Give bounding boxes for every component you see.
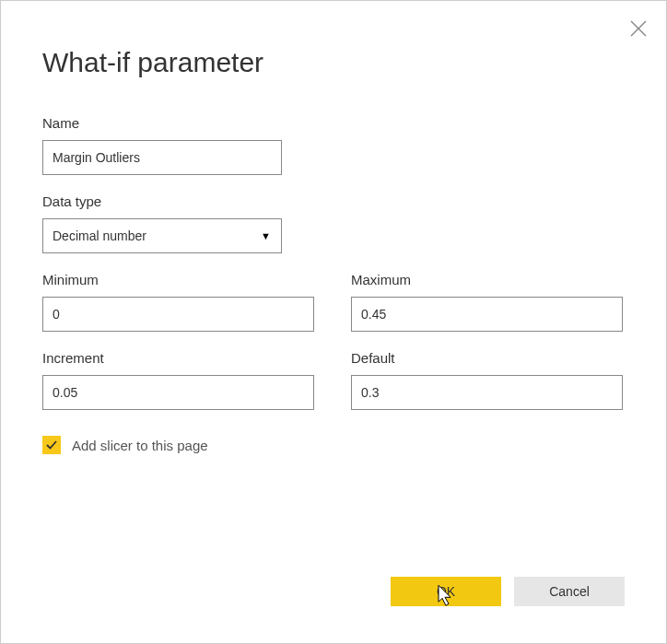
increment-label: Increment (42, 350, 314, 366)
increment-group: Increment (42, 350, 314, 410)
datatype-group: Data type Decimal number ▼ (42, 193, 282, 253)
datatype-select[interactable]: Decimal number (42, 218, 282, 253)
maximum-input[interactable] (351, 297, 623, 332)
cancel-button-label: Cancel (549, 584, 590, 599)
close-icon (627, 18, 649, 40)
name-input[interactable] (42, 140, 282, 175)
close-button[interactable] (627, 18, 649, 40)
default-input[interactable] (351, 375, 623, 410)
minimum-group: Minimum (42, 272, 314, 332)
slicer-checkbox[interactable] (42, 436, 61, 454)
slicer-checkbox-label: Add slicer to this page (72, 438, 208, 453)
slicer-checkbox-row: Add slicer to this page (42, 436, 625, 454)
whatif-dialog: What-if parameter Name Data type Decimal… (1, 1, 666, 643)
check-icon (45, 439, 58, 451)
name-group: Name (42, 115, 282, 175)
dialog-title: What-if parameter (42, 47, 625, 78)
name-label: Name (42, 115, 282, 131)
minimum-input[interactable] (42, 297, 314, 332)
datatype-label: Data type (42, 193, 282, 209)
button-row: OK Cancel (42, 577, 625, 615)
maximum-group: Maximum (351, 272, 623, 332)
maximum-label: Maximum (351, 272, 623, 287)
minimum-label: Minimum (42, 272, 314, 287)
default-group: Default (351, 350, 623, 410)
default-label: Default (351, 350, 623, 366)
ok-button[interactable]: OK (391, 577, 501, 606)
cancel-button[interactable]: Cancel (514, 577, 625, 606)
ok-button-label: OK (437, 584, 455, 599)
increment-input[interactable] (42, 375, 314, 410)
